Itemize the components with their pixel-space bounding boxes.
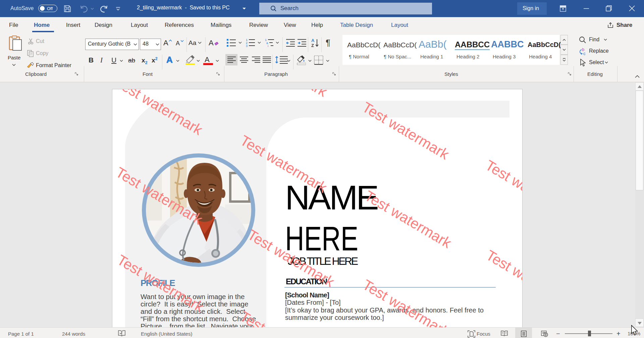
svg-text:3: 3: [246, 44, 248, 47]
svg-text:Z: Z: [311, 43, 314, 48]
svg-text:A: A: [311, 38, 315, 43]
svg-text:i: i: [268, 44, 268, 47]
svg-text:c: c: [583, 51, 586, 56]
